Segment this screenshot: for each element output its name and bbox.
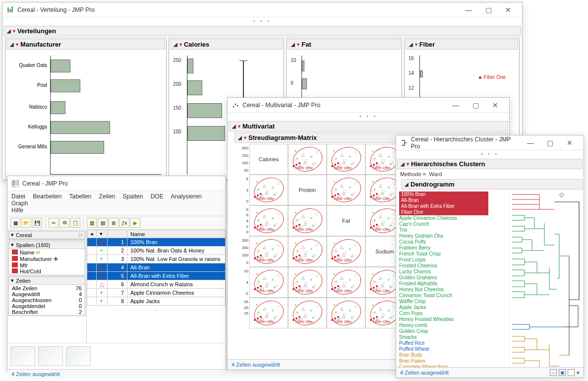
box-icon[interactable] (568, 369, 575, 376)
cluster-item[interactable]: Cinnamon Toast Crunch (399, 293, 506, 299)
table-row[interactable]: ●5All-Bran with Extra Fiber (87, 272, 226, 280)
cluster-item[interactable]: Honey Graham Ohs (399, 233, 506, 239)
disclosure-icon[interactable]: ◢ (401, 161, 405, 167)
hotspot-icon[interactable]: ▾ (238, 124, 240, 129)
section-dendrogramm[interactable]: ◢ Dendrogramm (401, 179, 583, 190)
table-row[interactable]: ●1100% Bran (87, 238, 226, 247)
cluster-item[interactable]: Bran Buds (399, 352, 506, 358)
maximize-button[interactable]: ▢ (466, 98, 485, 113)
menu-datei[interactable]: Datei (11, 193, 25, 200)
disclosure-icon[interactable]: ◢ (409, 42, 413, 47)
panel-head-calories[interactable]: ◢ ▾ Calories (170, 39, 283, 50)
tool-save[interactable]: 💾 (32, 218, 42, 228)
zeilen-row[interactable]: Beschriftet2 (11, 309, 83, 315)
dropdown-icon[interactable]: ▾ (577, 370, 580, 376)
zeilen-row[interactable]: Ausgeschlossen0 (11, 297, 83, 303)
cluster-item[interactable]: Smacks (399, 334, 506, 340)
section-multivariat[interactable]: ◢ ▾ Multivariat (229, 121, 508, 131)
hotspot-icon[interactable]: ▾ (244, 135, 246, 140)
dendrogram-tree[interactable]: ◇ (509, 190, 584, 369)
menu-bearbeiten[interactable]: Bearbeiten (33, 193, 61, 200)
tool-fit[interactable]: ⊞ (109, 218, 118, 228)
col-rownum[interactable] (108, 230, 127, 238)
tool-run[interactable]: ▶ (130, 218, 140, 228)
table-row[interactable]: +8Apple Jacks (87, 297, 226, 306)
hotspot-icon[interactable]: ▾ (13, 28, 15, 34)
matrix-cell[interactable]: +×△◇□+×△◇□+×△◇Fiber One (327, 267, 365, 298)
table-row[interactable]: +7Apple Cinnamon Cheerios (87, 289, 226, 297)
grip-dots[interactable]: • • • (228, 113, 509, 120)
table-row[interactable]: ×3100% Nat. Low Fat Granola w raisins (87, 255, 226, 263)
matrix-cell[interactable]: +×△◇□+×△◇□+×△◇Fiber One (288, 267, 327, 298)
hotspot-icon[interactable]: ▾ (297, 42, 299, 47)
cluster-item[interactable]: 100% Bran (399, 191, 488, 197)
table-row[interactable]: ●4All-Bran (87, 263, 226, 272)
close-button[interactable]: ✕ (498, 2, 518, 17)
disclosure-icon[interactable]: ◢ (10, 42, 14, 47)
matrix-cell[interactable]: +×△◇□+×△◇□+×△◇Fiber One (288, 144, 327, 175)
cluster-item[interactable]: French Toast Crisp (399, 251, 506, 257)
disclosure-icon[interactable]: ◢ (291, 42, 295, 47)
disclosure-icon[interactable]: ◢ (174, 42, 177, 47)
hotspot-icon[interactable]: ▾ (407, 161, 409, 167)
menu-doe[interactable]: DOE (151, 193, 164, 200)
section-verteilungen[interactable]: ◢ ▾ Verteilungen (3, 26, 521, 36)
cluster-item[interactable]: Cap'n Crunch (399, 221, 506, 227)
matrix-cell[interactable]: +×△◇□+×△◇□+×△◇Fiber One (288, 236, 327, 267)
outlier-point[interactable] (479, 76, 481, 79)
tool-dist[interactable]: ▥ (87, 218, 97, 228)
cluster-item[interactable]: Fiber One (399, 209, 488, 215)
panel-spalten[interactable]: ▾Spalten (18/0) Name ✉ Manufacturer ✚ Mf… (8, 241, 85, 275)
zeilen-row[interactable]: Ausgewählt4 (11, 291, 83, 297)
cluster-item[interactable]: Bran Flakes (399, 358, 506, 364)
cluster-item[interactable]: Franken Berry (399, 245, 506, 251)
tool-cut[interactable]: ✂ (49, 218, 59, 228)
panel-head-fiber[interactable]: ◢ ▾ Fiber (406, 39, 518, 50)
menu-tabellen[interactable]: Tabellen (69, 193, 92, 200)
data-grid[interactable]: ◂ ▾ Name ●1100% Bran×2100% Nat. Bran Oat… (87, 230, 226, 306)
col-corner[interactable]: ◂ (87, 230, 97, 238)
maximize-button[interactable]: ▢ (478, 2, 498, 17)
thumb-1[interactable] (10, 346, 35, 366)
cluster-item[interactable]: Lucky Charms (399, 269, 506, 275)
matrix-cell[interactable]: Calories (249, 144, 288, 175)
cluster-item[interactable]: Puffed Wheat (399, 346, 506, 352)
cluster-item[interactable]: Frosted Cheerios (399, 263, 506, 269)
menubar[interactable]: Datei Bearbeiten Tabellen Zeilen Spalten… (7, 191, 226, 216)
chart-manufacturer[interactable]: Quaker Oats Post Nabisco Kelloggs Genera… (5, 51, 166, 180)
titlebar-cluster[interactable]: Cereal - Hierarchisches Cluster - JMP Pr… (396, 135, 584, 150)
home-icon[interactable]: ⌂ (550, 369, 557, 376)
panel-head-manufacturer[interactable]: ◢ ▾ Manufacturer (6, 39, 165, 50)
cluster-item[interactable]: Honey-comb (399, 322, 506, 328)
cluster-item[interactable]: Corn Pops (399, 311, 506, 317)
grip-dots[interactable]: • • • (2, 17, 522, 25)
matrix-cell[interactable]: Protein (288, 175, 327, 205)
cluster-item[interactable]: Apple Cinnamon Cheerios (399, 215, 506, 221)
matrix-cell[interactable]: +×△◇□+×△◇□+×△◇Fiber One (288, 205, 327, 236)
layers-icon[interactable]: ▣ (559, 369, 566, 376)
menu-zeilen[interactable]: Zeilen (99, 193, 116, 200)
table-row[interactable]: △6Almond Crunch w Raisins (87, 280, 226, 289)
panel-cereal[interactable]: ▾Cereal▷ (8, 231, 85, 240)
section-cluster[interactable]: ◢ ▾ Hierarchisches Clustern (397, 159, 583, 169)
col-manufacturer[interactable]: Manufacturer ✚ (11, 256, 83, 262)
toolbar[interactable]: ▦ 📂 💾 ✂ ⧉ 📋 ▥ ▤ ⊞ ƒx ▶ (7, 216, 226, 230)
matrix-cell[interactable]: +×△◇□+×△◇□+×△◇Fiber One (327, 175, 365, 205)
disclosure-icon[interactable]: ◢ (7, 28, 11, 34)
titlebar-distribution[interactable]: Cereal - Verteilung - JMP Pro — ▢ ✕ (2, 2, 522, 17)
matrix-cell[interactable]: +×△◇□+×△◇□+×△◇Fiber One (288, 298, 327, 328)
cluster-item[interactable]: Puffed Rice (399, 340, 506, 346)
cluster-item[interactable]: Golden Grahams (399, 275, 506, 281)
minimize-button[interactable]: — (459, 2, 478, 17)
cluster-item[interactable]: Waffle Crisp (399, 299, 506, 305)
cluster-item[interactable]: Cocoa Puffs (399, 239, 506, 245)
menu-graph[interactable]: Graph (11, 200, 28, 207)
cluster-item[interactable]: Froot Loops (399, 257, 506, 263)
minimize-button[interactable]: — (521, 135, 540, 150)
cluster-item[interactable]: Golden Crisp (399, 328, 506, 334)
tool-open[interactable]: 📂 (21, 218, 31, 228)
table-row[interactable]: ×2100% Nat. Bran Oats & Honey (87, 247, 226, 255)
tool-copy[interactable]: ⧉ (59, 218, 69, 228)
window-datatable[interactable]: Cereal - JMP Pro Datei Bearbeiten Tabell… (7, 176, 226, 371)
matrix-cell[interactable]: +×△◇□+×△◇□+×△◇Fiber One (249, 205, 288, 236)
